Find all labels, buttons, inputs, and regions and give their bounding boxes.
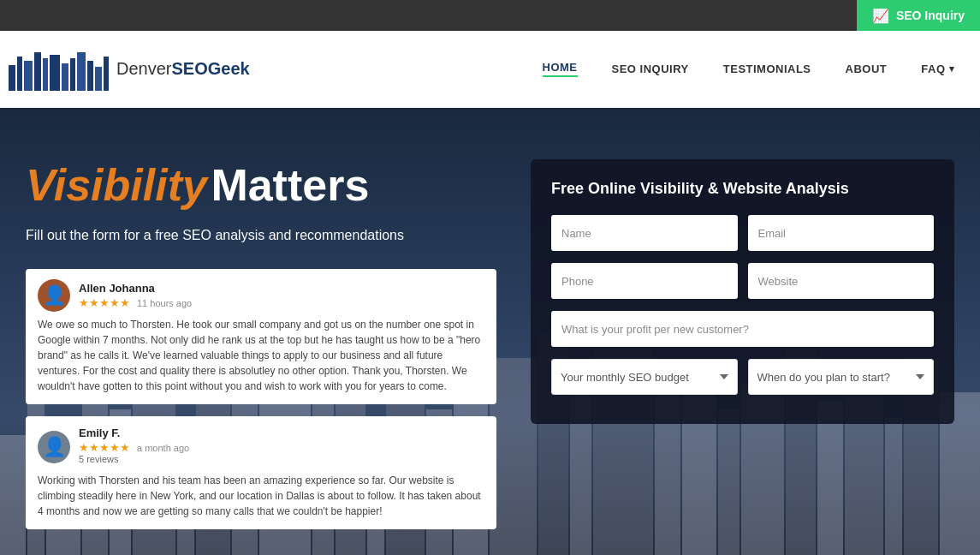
top-bar: 📈 SEO Inquiry xyxy=(0,0,980,31)
hero-left: Visibility Matters Fill out the form for… xyxy=(26,159,505,541)
review-header-1: 👤 Allen Johanna ★★★★★ 11 hours ago xyxy=(38,279,484,312)
avatar-1: 👤 xyxy=(38,279,70,312)
top-bar-cta-label: SEO Inquiry xyxy=(896,9,965,22)
svg-rect-2 xyxy=(24,61,33,91)
svg-rect-8 xyxy=(77,52,86,91)
svg-rect-5 xyxy=(50,55,60,91)
hero-title: Visibility Matters xyxy=(26,159,505,211)
chevron-down-icon: ▾ xyxy=(949,63,955,75)
name-input[interactable] xyxy=(551,215,738,251)
svg-rect-1 xyxy=(17,57,22,91)
review-header-2: 👤 Emily F. ★★★★★ a month ago 5 reviews xyxy=(38,427,484,468)
stars-1: ★★★★★ xyxy=(79,296,130,309)
profit-input[interactable] xyxy=(551,311,934,347)
phone-input[interactable] xyxy=(551,263,738,299)
form-row-phone-website xyxy=(551,263,934,299)
svg-rect-7 xyxy=(70,58,75,91)
review-text-1: We owe so much to Thorsten. He took our … xyxy=(38,317,484,394)
budget-select[interactable]: Your monthly SEO budget xyxy=(551,359,738,395)
form-title: Free Online Visibility & Website Analysi… xyxy=(551,180,934,198)
logo[interactable]: DenverSEOGeek xyxy=(9,39,250,99)
logo-bold: SEOGeek xyxy=(171,59,249,78)
hero-section: Visibility Matters Fill out the form for… xyxy=(0,108,980,555)
review-time-2: a month ago xyxy=(137,443,189,453)
review-meta-1: ★★★★★ 11 hours ago xyxy=(79,296,192,309)
logo-icon xyxy=(9,39,111,99)
review-name-1: Allen Johanna xyxy=(79,282,192,295)
nav-item-home[interactable]: HOME xyxy=(543,61,578,77)
nav-item-seo-inquiry[interactable]: SEO INQUIRY xyxy=(612,63,689,75)
header: DenverSEOGeek HOME SEO INQUIRY TESTIMONI… xyxy=(0,31,980,108)
svg-rect-0 xyxy=(9,65,15,91)
top-bar-cta-button[interactable]: 📈 SEO Inquiry xyxy=(857,0,980,31)
review-text-2: Working with Thorsten and his team has b… xyxy=(38,473,484,519)
start-select[interactable]: When do you plan to start? xyxy=(748,359,935,395)
form-row-budget-start: Your monthly SEO budget When do you plan… xyxy=(551,359,934,395)
nav-item-testimonials[interactable]: TESTIMONIALS xyxy=(723,63,811,75)
review-card-2: 👤 Emily F. ★★★★★ a month ago 5 reviews W… xyxy=(26,416,496,529)
chart-icon: 📈 xyxy=(872,8,889,24)
hero-content: Visibility Matters Fill out the form for… xyxy=(0,108,980,555)
svg-rect-9 xyxy=(87,61,93,91)
email-input[interactable] xyxy=(748,215,935,251)
nav-item-faq[interactable]: FAQ ▾ xyxy=(921,63,954,75)
logo-text: DenverSEOGeek xyxy=(116,59,250,79)
hero-subtitle: Fill out the form for a free SEO analysi… xyxy=(26,228,505,243)
form-row-name-email xyxy=(551,215,934,251)
form-panel: Free Online Visibility & Website Analysi… xyxy=(531,159,954,424)
svg-rect-10 xyxy=(95,67,102,91)
svg-rect-4 xyxy=(43,58,48,91)
website-input[interactable] xyxy=(748,263,935,299)
svg-rect-3 xyxy=(34,52,41,91)
svg-rect-6 xyxy=(62,63,68,91)
main-nav: HOME SEO INQUIRY TESTIMONIALS ABOUT FAQ … xyxy=(543,61,955,77)
review-name-2: Emily F. xyxy=(79,427,189,439)
nav-item-about[interactable]: ABOUT xyxy=(846,63,888,75)
svg-rect-11 xyxy=(104,57,109,91)
review-meta-2: ★★★★★ a month ago xyxy=(79,441,189,454)
review-time-1: 11 hours ago xyxy=(137,298,192,308)
review-sub-2: 5 reviews xyxy=(79,454,189,464)
logo-plain: Denver xyxy=(116,59,171,78)
stars-2: ★★★★★ xyxy=(79,441,130,454)
review-card-1: 👤 Allen Johanna ★★★★★ 11 hours ago We ow… xyxy=(26,269,496,404)
hero-title-visibility: Visibility xyxy=(26,160,207,210)
hero-right: Free Online Visibility & Website Analysi… xyxy=(531,159,954,541)
avatar-2: 👤 xyxy=(38,431,70,463)
